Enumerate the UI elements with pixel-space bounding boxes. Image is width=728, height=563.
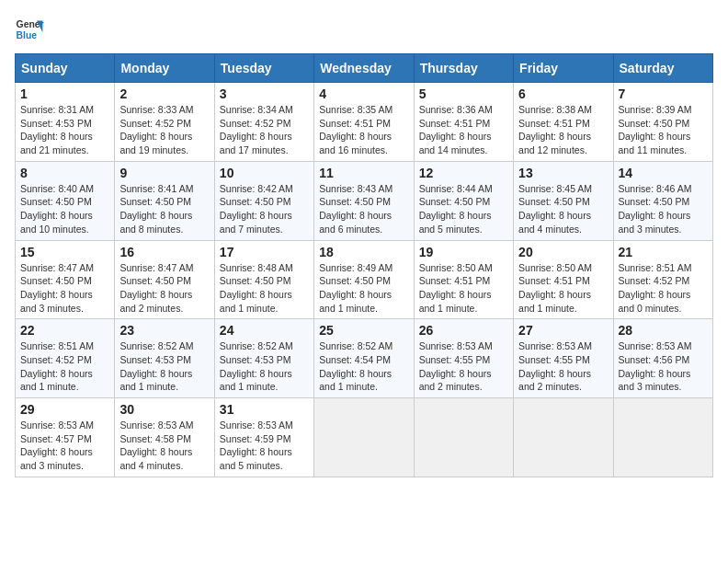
day-info: Sunrise: 8:52 AM Sunset: 4:53 PM Dayligh… bbox=[220, 339, 309, 394]
day-info: Sunrise: 8:38 AM Sunset: 4:51 PM Dayligh… bbox=[518, 103, 608, 157]
calendar-week-row: 22Sunrise: 8:51 AM Sunset: 4:52 PM Dayli… bbox=[16, 319, 713, 398]
calendar-table: SundayMondayTuesdayWednesdayThursdayFrid… bbox=[15, 53, 713, 477]
calendar-week-row: 15Sunrise: 8:47 AM Sunset: 4:50 PM Dayli… bbox=[16, 240, 713, 319]
day-number: 31 bbox=[220, 402, 309, 417]
day-info: Sunrise: 8:42 AM Sunset: 4:50 PM Dayligh… bbox=[220, 182, 309, 236]
day-info: Sunrise: 8:45 AM Sunset: 4:50 PM Dayligh… bbox=[518, 182, 608, 236]
day-info: Sunrise: 8:53 AM Sunset: 4:55 PM Dayligh… bbox=[419, 339, 508, 394]
calendar-cell: 11Sunrise: 8:43 AM Sunset: 4:50 PM Dayli… bbox=[314, 161, 414, 240]
day-info: Sunrise: 8:47 AM Sunset: 4:50 PM Dayligh… bbox=[20, 261, 109, 316]
calendar-cell: 4Sunrise: 8:35 AM Sunset: 4:51 PM Daylig… bbox=[314, 83, 414, 162]
day-info: Sunrise: 8:50 AM Sunset: 4:51 PM Dayligh… bbox=[518, 261, 608, 316]
day-number: 22 bbox=[20, 323, 109, 338]
day-number: 17 bbox=[220, 245, 309, 259]
day-number: 4 bbox=[319, 86, 408, 101]
svg-text:Blue: Blue bbox=[17, 30, 38, 40]
day-number: 10 bbox=[220, 166, 309, 180]
calendar-cell: 20Sunrise: 8:50 AM Sunset: 4:51 PM Dayli… bbox=[514, 240, 613, 319]
column-header-friday: Friday bbox=[514, 54, 613, 83]
calendar-cell: 9Sunrise: 8:41 AM Sunset: 4:50 PM Daylig… bbox=[115, 161, 214, 240]
day-info: Sunrise: 8:52 AM Sunset: 4:54 PM Dayligh… bbox=[319, 339, 408, 394]
day-number: 6 bbox=[518, 86, 608, 101]
calendar-cell: 15Sunrise: 8:47 AM Sunset: 4:50 PM Dayli… bbox=[16, 240, 115, 319]
day-info: Sunrise: 8:46 AM Sunset: 4:50 PM Dayligh… bbox=[619, 182, 708, 236]
day-info: Sunrise: 8:34 AM Sunset: 4:52 PM Dayligh… bbox=[220, 103, 309, 157]
calendar-header-row: SundayMondayTuesdayWednesdayThursdayFrid… bbox=[16, 54, 713, 83]
column-header-wednesday: Wednesday bbox=[314, 54, 414, 83]
calendar-cell: 2Sunrise: 8:33 AM Sunset: 4:52 PM Daylig… bbox=[115, 83, 214, 162]
calendar-cell: 10Sunrise: 8:42 AM Sunset: 4:50 PM Dayli… bbox=[214, 161, 313, 240]
day-number: 24 bbox=[220, 323, 309, 338]
calendar-week-row: 8Sunrise: 8:40 AM Sunset: 4:50 PM Daylig… bbox=[16, 161, 713, 240]
calendar-cell: 16Sunrise: 8:47 AM Sunset: 4:50 PM Dayli… bbox=[115, 240, 214, 319]
day-info: Sunrise: 8:53 AM Sunset: 4:58 PM Dayligh… bbox=[119, 419, 209, 473]
day-number: 3 bbox=[220, 86, 309, 101]
calendar-cell: 30Sunrise: 8:53 AM Sunset: 4:58 PM Dayli… bbox=[115, 398, 214, 477]
day-number: 27 bbox=[518, 323, 608, 338]
calendar-cell: 13Sunrise: 8:45 AM Sunset: 4:50 PM Dayli… bbox=[514, 161, 613, 240]
day-number: 13 bbox=[518, 166, 608, 180]
day-info: Sunrise: 8:35 AM Sunset: 4:51 PM Dayligh… bbox=[319, 103, 408, 157]
calendar-cell: 8Sunrise: 8:40 AM Sunset: 4:50 PM Daylig… bbox=[16, 161, 115, 240]
logo-icon: General Blue bbox=[15, 15, 44, 44]
day-info: Sunrise: 8:43 AM Sunset: 4:50 PM Dayligh… bbox=[319, 182, 408, 236]
day-number: 21 bbox=[619, 245, 708, 259]
calendar-cell bbox=[514, 398, 613, 477]
day-number: 2 bbox=[119, 86, 209, 101]
day-number: 1 bbox=[20, 86, 109, 101]
calendar-cell: 12Sunrise: 8:44 AM Sunset: 4:50 PM Dayli… bbox=[414, 161, 513, 240]
calendar-cell bbox=[414, 398, 513, 477]
day-number: 25 bbox=[319, 323, 408, 338]
calendar-cell: 23Sunrise: 8:52 AM Sunset: 4:53 PM Dayli… bbox=[115, 319, 214, 398]
day-info: Sunrise: 8:44 AM Sunset: 4:50 PM Dayligh… bbox=[419, 182, 508, 236]
calendar-cell: 7Sunrise: 8:39 AM Sunset: 4:50 PM Daylig… bbox=[613, 83, 712, 162]
day-number: 20 bbox=[518, 245, 608, 259]
day-number: 28 bbox=[619, 323, 708, 338]
day-number: 26 bbox=[419, 323, 508, 338]
day-info: Sunrise: 8:47 AM Sunset: 4:50 PM Dayligh… bbox=[119, 261, 209, 316]
day-number: 14 bbox=[619, 166, 708, 180]
calendar-cell: 29Sunrise: 8:53 AM Sunset: 4:57 PM Dayli… bbox=[16, 398, 115, 477]
day-number: 5 bbox=[419, 86, 508, 101]
calendar-cell: 18Sunrise: 8:49 AM Sunset: 4:50 PM Dayli… bbox=[314, 240, 414, 319]
day-number: 12 bbox=[419, 166, 508, 180]
day-info: Sunrise: 8:33 AM Sunset: 4:52 PM Dayligh… bbox=[119, 103, 209, 157]
day-number: 19 bbox=[419, 245, 508, 259]
calendar-cell: 22Sunrise: 8:51 AM Sunset: 4:52 PM Dayli… bbox=[16, 319, 115, 398]
calendar-cell: 17Sunrise: 8:48 AM Sunset: 4:50 PM Dayli… bbox=[214, 240, 313, 319]
day-info: Sunrise: 8:36 AM Sunset: 4:51 PM Dayligh… bbox=[419, 103, 508, 157]
calendar-cell: 25Sunrise: 8:52 AM Sunset: 4:54 PM Dayli… bbox=[314, 319, 414, 398]
day-info: Sunrise: 8:52 AM Sunset: 4:53 PM Dayligh… bbox=[119, 339, 209, 394]
day-info: Sunrise: 8:53 AM Sunset: 4:59 PM Dayligh… bbox=[220, 419, 309, 473]
calendar-cell: 14Sunrise: 8:46 AM Sunset: 4:50 PM Dayli… bbox=[613, 161, 712, 240]
day-number: 11 bbox=[319, 166, 408, 180]
day-info: Sunrise: 8:53 AM Sunset: 4:56 PM Dayligh… bbox=[619, 339, 708, 394]
calendar-cell bbox=[613, 398, 712, 477]
calendar-cell: 6Sunrise: 8:38 AM Sunset: 4:51 PM Daylig… bbox=[514, 83, 613, 162]
day-info: Sunrise: 8:51 AM Sunset: 4:52 PM Dayligh… bbox=[20, 339, 109, 394]
day-number: 15 bbox=[20, 245, 109, 259]
calendar-cell: 5Sunrise: 8:36 AM Sunset: 4:51 PM Daylig… bbox=[414, 83, 513, 162]
column-header-tuesday: Tuesday bbox=[214, 54, 313, 83]
calendar-cell: 27Sunrise: 8:53 AM Sunset: 4:55 PM Dayli… bbox=[514, 319, 613, 398]
day-number: 16 bbox=[119, 245, 209, 259]
day-number: 7 bbox=[619, 86, 708, 101]
day-number: 29 bbox=[20, 402, 109, 417]
calendar-cell: 26Sunrise: 8:53 AM Sunset: 4:55 PM Dayli… bbox=[414, 319, 513, 398]
page-header: General Blue bbox=[15, 15, 713, 44]
calendar-cell: 1Sunrise: 8:31 AM Sunset: 4:53 PM Daylig… bbox=[16, 83, 115, 162]
day-info: Sunrise: 8:41 AM Sunset: 4:50 PM Dayligh… bbox=[119, 182, 209, 236]
calendar-cell: 3Sunrise: 8:34 AM Sunset: 4:52 PM Daylig… bbox=[214, 83, 313, 162]
calendar-week-row: 1Sunrise: 8:31 AM Sunset: 4:53 PM Daylig… bbox=[16, 83, 713, 162]
day-number: 18 bbox=[319, 245, 408, 259]
calendar-cell bbox=[314, 398, 414, 477]
calendar-cell: 24Sunrise: 8:52 AM Sunset: 4:53 PM Dayli… bbox=[214, 319, 313, 398]
calendar-cell: 19Sunrise: 8:50 AM Sunset: 4:51 PM Dayli… bbox=[414, 240, 513, 319]
column-header-saturday: Saturday bbox=[613, 54, 712, 83]
calendar-cell: 31Sunrise: 8:53 AM Sunset: 4:59 PM Dayli… bbox=[214, 398, 313, 477]
day-number: 9 bbox=[119, 166, 209, 180]
day-info: Sunrise: 8:50 AM Sunset: 4:51 PM Dayligh… bbox=[419, 261, 508, 316]
day-info: Sunrise: 8:51 AM Sunset: 4:52 PM Dayligh… bbox=[619, 261, 708, 316]
day-number: 30 bbox=[119, 402, 209, 417]
column-header-monday: Monday bbox=[115, 54, 214, 83]
